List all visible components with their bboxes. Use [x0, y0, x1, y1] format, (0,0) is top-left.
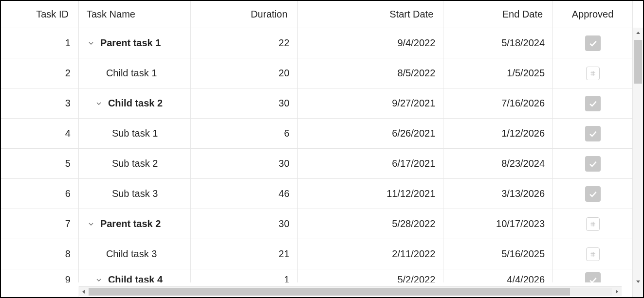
cell-approved [553, 149, 632, 178]
cell-start-date: 5/28/2022 [298, 209, 444, 239]
task-name-label: Child task 3 [106, 248, 157, 260]
cell-end-date: 8/23/2024 [443, 149, 553, 178]
table-row[interactable]: 3Child task 2309/27/20217/16/2026 [1, 88, 632, 119]
tree-grid: Task ID Task Name Duration Start Date En… [0, 0, 644, 298]
checkbox-checked[interactable] [585, 272, 601, 283]
cell-start-date: 5/2/2022 [298, 269, 444, 282]
table-row[interactable]: 1Parent task 1229/4/20225/18/2024 [1, 28, 632, 58]
cell-task-id: 3 [1, 88, 79, 118]
cell-task-name[interactable]: Sub task 3 [79, 179, 191, 209]
checkbox-unchecked[interactable] [586, 247, 600, 261]
checkbox-unchecked[interactable] [586, 217, 600, 231]
table-row[interactable]: 6Sub task 34611/12/20213/13/2026 [1, 179, 632, 209]
scroll-right-arrow-icon[interactable] [612, 287, 622, 297]
cell-start-date: 6/17/2021 [298, 149, 444, 178]
column-header-duration[interactable]: Duration [191, 1, 298, 28]
cell-task-id: 9 [1, 269, 79, 282]
table-row[interactable]: 7Parent task 2305/28/202210/17/2023 [1, 209, 632, 239]
table-row[interactable]: 9Child task 415/2/20224/4/2026 [1, 269, 632, 282]
cell-end-date: 5/16/2025 [443, 239, 553, 269]
column-header-approved[interactable]: Approved [553, 1, 632, 28]
cell-end-date: 5/18/2024 [443, 28, 553, 58]
cell-duration: 30 [191, 88, 298, 118]
cell-approved [553, 269, 632, 282]
task-name-label: Parent task 2 [100, 218, 161, 229]
cell-duration: 20 [191, 58, 298, 88]
task-name-label: Child task 1 [106, 68, 157, 79]
cell-task-id: 2 [1, 58, 79, 88]
cell-start-date: 9/27/2021 [298, 88, 444, 118]
column-header-task-name[interactable]: Task Name [79, 1, 191, 28]
svg-marker-2 [636, 32, 640, 34]
cell-task-name[interactable]: Child task 4 [79, 269, 191, 282]
chevron-down-icon[interactable] [87, 39, 95, 48]
horizontal-scroll-track[interactable] [89, 288, 612, 296]
checkbox-checked[interactable] [585, 126, 601, 141]
cell-approved [553, 88, 632, 118]
frozen-column-corner [1, 286, 78, 297]
chevron-down-icon[interactable] [94, 276, 103, 283]
svg-marker-0 [82, 290, 85, 294]
cell-task-name[interactable]: Child task 3 [79, 239, 191, 269]
cell-task-id: 7 [1, 209, 79, 239]
cell-task-name[interactable]: Sub task 1 [79, 119, 191, 148]
cell-duration: 21 [191, 239, 298, 269]
vertical-scroll-thumb[interactable] [634, 40, 642, 84]
cell-start-date: 6/26/2021 [298, 119, 444, 148]
cell-task-id: 5 [1, 149, 79, 178]
column-header-task-id[interactable]: Task ID [1, 1, 79, 28]
checkbox-checked[interactable] [585, 96, 601, 111]
horizontal-scrollbar[interactable] [79, 286, 622, 296]
column-header-row: Task ID Task Name Duration Start Date En… [1, 1, 632, 28]
cell-task-id: 4 [1, 119, 79, 148]
table-row[interactable]: 8Child task 3212/11/20225/16/2025 [1, 239, 632, 269]
cell-approved [553, 119, 632, 148]
cell-start-date: 2/11/2022 [298, 239, 444, 269]
cell-end-date: 1/5/2025 [443, 58, 553, 88]
cell-task-name[interactable]: Child task 1 [79, 58, 191, 88]
scroll-left-arrow-icon[interactable] [79, 287, 89, 297]
chevron-down-icon[interactable] [87, 220, 95, 228]
cell-duration: 6 [191, 119, 298, 148]
cell-duration: 46 [191, 179, 298, 209]
table-row[interactable]: 4Sub task 166/26/20211/12/2026 [1, 119, 632, 149]
checkbox-unchecked[interactable] [586, 67, 600, 80]
column-header-end[interactable]: End Date [443, 1, 553, 28]
horizontal-scroll-thumb[interactable] [89, 288, 570, 296]
vertical-scrollbar[interactable] [632, 1, 643, 297]
checkbox-checked[interactable] [585, 186, 601, 202]
chevron-down-icon[interactable] [94, 99, 103, 108]
cell-task-id: 1 [1, 28, 79, 58]
cell-task-name[interactable]: Child task 2 [79, 88, 191, 118]
cell-task-name[interactable]: Sub task 2 [79, 149, 191, 178]
cell-approved [553, 209, 632, 239]
cell-end-date: 1/12/2026 [443, 119, 553, 148]
cell-approved [553, 28, 632, 58]
grid-body: 1Parent task 1229/4/20225/18/20242Child … [1, 28, 632, 282]
column-header-start[interactable]: Start Date [298, 1, 444, 28]
cell-duration: 30 [191, 149, 298, 178]
cell-task-id: 8 [1, 239, 79, 269]
cell-approved [553, 239, 632, 269]
task-name-label: Sub task 2 [112, 158, 158, 169]
cell-task-name[interactable]: Parent task 2 [79, 209, 191, 239]
cell-end-date: 10/17/2023 [443, 209, 553, 239]
cell-task-name[interactable]: Parent task 1 [79, 28, 191, 58]
cell-end-date: 3/13/2026 [443, 179, 553, 209]
checkbox-checked[interactable] [585, 35, 601, 51]
task-name-label: Sub task 3 [112, 188, 158, 199]
scroll-down-arrow-icon[interactable] [633, 277, 644, 286]
grid-viewport: Task ID Task Name Duration Start Date En… [1, 1, 632, 297]
cell-approved [553, 58, 632, 88]
task-name-label: Child task 4 [108, 274, 163, 282]
task-name-label: Child task 2 [108, 98, 163, 109]
cell-duration: 22 [191, 28, 298, 58]
cell-end-date: 4/4/2026 [443, 269, 553, 282]
checkbox-checked[interactable] [585, 156, 601, 172]
svg-marker-1 [616, 290, 618, 294]
table-row[interactable]: 5Sub task 2306/17/20218/23/2024 [1, 149, 632, 179]
cell-end-date: 7/16/2026 [443, 88, 553, 118]
scroll-up-arrow-icon[interactable] [633, 28, 644, 38]
cell-start-date: 9/4/2022 [298, 28, 444, 58]
table-row[interactable]: 2Child task 1208/5/20221/5/2025 [1, 58, 632, 88]
